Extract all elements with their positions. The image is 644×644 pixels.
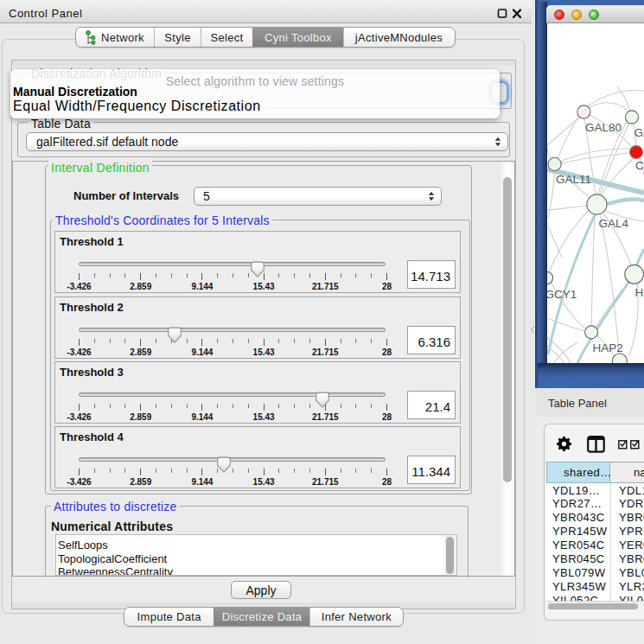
svg-text:GAL80: GAL80 bbox=[585, 121, 622, 134]
svg-text:GAL11: GAL11 bbox=[556, 173, 591, 186]
svg-text:H: H bbox=[635, 286, 644, 299]
svg-text:HAP2: HAP2 bbox=[593, 341, 623, 354]
svg-text:GCY1: GCY1 bbox=[547, 288, 577, 301]
svg-text:GAL4: GAL4 bbox=[599, 217, 629, 230]
svg-text:C: C bbox=[635, 159, 644, 172]
svg-text:GA: GA bbox=[634, 126, 644, 139]
